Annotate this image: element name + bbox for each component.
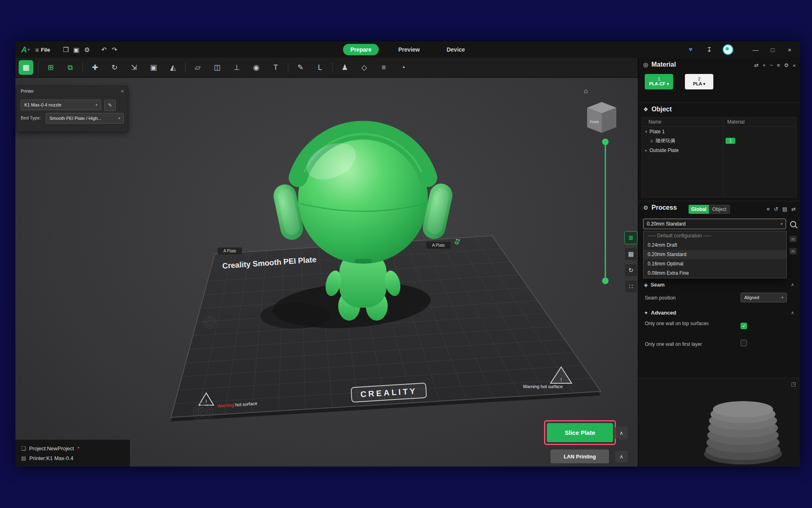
download-icon[interactable]: ↧ [704, 46, 715, 54]
layer-slider[interactable] [602, 139, 609, 284]
add-model-button[interactable]: ⊞ [43, 60, 58, 75]
sliced-model-preview [638, 378, 800, 467]
tab-preview[interactable]: Preview [391, 44, 427, 55]
viewport-3d[interactable]: Creality Smooth PEI Plate A Plate A Plat… [15, 78, 638, 467]
printer-panel-close-icon[interactable]: × [121, 88, 124, 94]
material-icon: ◎ [643, 61, 648, 68]
slice-plate-button[interactable]: Slice Plate [547, 423, 613, 442]
scope-global-tab[interactable]: Global [689, 205, 709, 214]
favorite-heart-icon[interactable]: ♥ [685, 46, 696, 53]
tab-prepare[interactable]: Prepare [343, 44, 379, 55]
process-sync-icon[interactable]: ⇄ [791, 206, 796, 212]
object-row-plate[interactable]: ▾ Plate 1 [642, 127, 796, 136]
redo-icon[interactable]: ↷ [109, 46, 120, 54]
scope-object-tab[interactable]: Object [709, 205, 730, 214]
eye-visibility-icon[interactable]: ⊙ [650, 139, 653, 143]
printer-edit-button[interactable]: ✎ [104, 100, 116, 111]
svg-text:A Plate: A Plate [223, 249, 236, 253]
object-row-outside-plate[interactable]: ▸ Outside Plate [642, 145, 796, 155]
mirror-tool-button[interactable]: ◭ [166, 60, 180, 75]
scale-tool-button[interactable]: ⇲ [127, 60, 141, 75]
measure-tool-button[interactable]: L [313, 60, 327, 75]
process-save-icon[interactable]: ▤ [782, 206, 787, 212]
material-slot-1[interactable]: 1 PLA-CF ▾ [645, 74, 673, 89]
layer-list-button[interactable]: ≣ [624, 231, 637, 244]
sync-material-icon[interactable]: ⇄ [754, 62, 758, 68]
tree-open-icon[interactable]: ▾ [645, 130, 647, 134]
move-tool-button[interactable]: ✚ [88, 60, 102, 75]
maximize-button[interactable]: □ [768, 46, 777, 53]
preset-option-optimal[interactable]: 0.16mm Optimal [644, 259, 786, 269]
material-slot-2[interactable]: 2 PLA ▾ [685, 74, 713, 89]
view-cube[interactable]: Front [587, 102, 616, 133]
printer-panel: Printer × K1 Max-0.4 nozzle▾ ✎ Bed Type:… [16, 86, 128, 132]
lay-flat-tool-button[interactable]: ▱ [190, 60, 205, 75]
split-tool-button[interactable]: ◫ [210, 60, 225, 75]
slider-handle-bottom[interactable] [602, 278, 609, 284]
advanced-collapse-chevron[interactable]: ∧ [791, 310, 794, 315]
open-file-icon[interactable]: ❐ [60, 46, 71, 54]
material-settings-icon[interactable]: ⚙ [784, 62, 789, 68]
object-row-model[interactable]: ⊙ 随便玩俩 1 [642, 136, 796, 145]
lan-options-chevron[interactable]: ∧ [615, 451, 628, 462]
home-view-icon[interactable]: ⌂ [584, 87, 588, 94]
settings-gear-icon[interactable]: ⚙ [82, 46, 92, 54]
app-logo[interactable]: A [21, 45, 27, 54]
only-one-wall-first-layer-checkbox[interactable] [741, 340, 747, 346]
rotate-tool-button[interactable]: ↻ [107, 60, 122, 75]
text-tool-button[interactable]: T [268, 60, 283, 75]
toolbar-separator [185, 62, 186, 73]
preset-option-extra-fine[interactable]: 0.08mm Extra Fine [644, 269, 786, 278]
file-menu[interactable]: File [41, 47, 50, 53]
only-one-wall-top-checkbox[interactable]: ✓ [741, 323, 747, 329]
menu-icon[interactable]: ≡ [35, 46, 39, 53]
slider-handle-top[interactable] [602, 139, 609, 145]
clone-plate-button[interactable]: ⧉ [63, 60, 78, 75]
plate-view-button[interactable]: ▦ [624, 247, 637, 261]
add-material-icon[interactable]: + [762, 62, 766, 68]
advanced-section-title: ✦ Advanced [644, 310, 676, 316]
remove-material-icon[interactable]: − [770, 62, 773, 68]
orbit-view-button[interactable]: ↻ [624, 264, 637, 277]
slice-preview-thumbnail[interactable]: ◳ [638, 378, 800, 467]
tab-device[interactable]: Device [439, 44, 472, 55]
object-list-tool-button[interactable]: ≡ [376, 60, 391, 75]
material-header-icons: ⇄ + − ≡ ⚙ « [754, 62, 796, 68]
transform-tool-button[interactable]: ▣ [146, 60, 161, 75]
assembly-tool-button[interactable]: ◇ [357, 60, 371, 75]
apps-view-button[interactable]: ∷ [624, 280, 637, 293]
material-list-icon[interactable]: ≡ [777, 62, 780, 68]
seam-collapse-chevron[interactable]: ∧ [791, 282, 794, 287]
svg-text:A Plate: A Plate [432, 243, 445, 247]
expand-preview-icon[interactable]: ◳ [791, 381, 796, 387]
seam-position-select[interactable]: Aligned▾ [741, 293, 787, 302]
user-avatar[interactable] [723, 44, 733, 55]
support-paint-tool-button[interactable]: ♟ [337, 60, 352, 75]
search-preset-icon[interactable] [790, 221, 796, 227]
tree-closed-icon[interactable]: ▸ [645, 148, 647, 152]
printer-select[interactable]: K1 Max-0.4 nozzle▾ [21, 100, 101, 110]
process-list-icon[interactable]: ≡ [767, 206, 770, 212]
plate-tag-right: A Plate [426, 242, 451, 249]
plate-settings-button[interactable]: ▦ [19, 60, 33, 75]
save-icon[interactable]: ▣ [71, 46, 82, 54]
logo-caret-icon[interactable]: ▾ [28, 48, 30, 52]
process-reset-icon[interactable]: ↺ [774, 206, 778, 212]
bed-type-select[interactable]: Smooth PEI Plate / High...▾ [46, 113, 124, 124]
lan-printing-button[interactable]: LAN Printing [551, 449, 609, 463]
undo-icon[interactable]: ↶ [99, 46, 109, 54]
preset-option-default-header: ----- Default configuration ----- [644, 231, 786, 241]
close-button[interactable]: × [785, 46, 794, 53]
preset-dropdown: ----- Default configuration ----- 0.24mm… [643, 231, 787, 278]
preset-select[interactable]: 0.20mm Standard ▾ [643, 219, 786, 229]
support-tool-button[interactable]: ⊥ [229, 60, 244, 75]
preset-option-draft[interactable]: 0.24mm Draft [644, 241, 786, 250]
preset-option-standard[interactable]: 0.20mm Standard [644, 250, 786, 259]
modified-marker: * [77, 445, 79, 452]
seam-tool-button[interactable]: ◉ [249, 60, 263, 75]
minimize-button[interactable]: — [751, 46, 760, 53]
timelapse-tool-button[interactable]: ◔ [396, 60, 410, 75]
collapse-panel-icon[interactable]: « [793, 62, 796, 68]
slice-options-chevron[interactable]: ∧ [615, 427, 628, 439]
paint-tool-button[interactable]: ✎ [293, 60, 308, 75]
